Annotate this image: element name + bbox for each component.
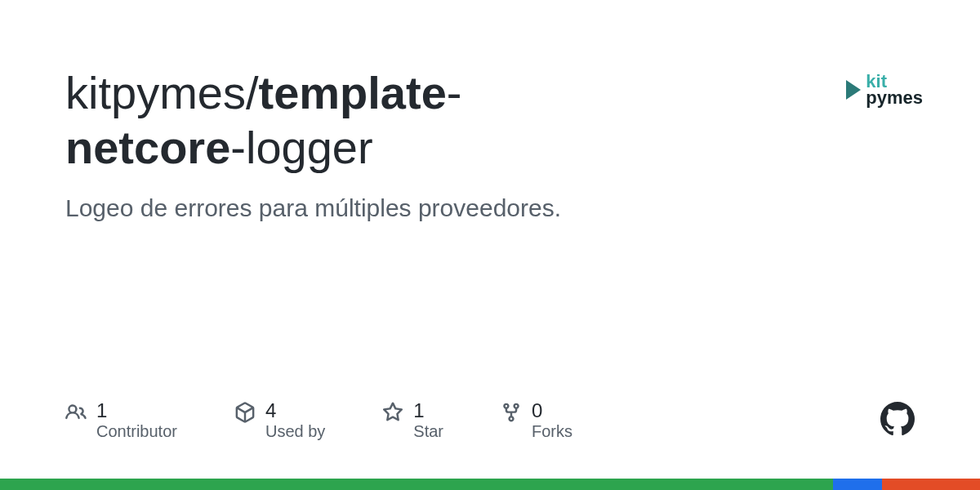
star-icon [382,402,403,426]
stat-label: Star [413,422,443,441]
main-container: kitpymes/template-netcore-logger Logeo d… [0,0,980,490]
logo-triangle-icon [846,80,861,100]
org-logo: kit pymes [846,74,923,106]
fork-icon [501,402,522,426]
bar-segment-1 [0,479,833,490]
stat-label: Forks [532,422,572,441]
package-icon [234,402,256,426]
stat-contributors: 1 Contributor [65,399,177,441]
slash: / [246,67,259,118]
language-bar [0,479,980,490]
stats-row: 1 Contributor 4 Used by 1 St [65,399,915,441]
stat-value: 1 [96,399,177,422]
stat-usedby: 4 Used by [234,399,325,441]
repo-description: Logeo de errores para múltiples proveedo… [65,194,846,222]
people-icon [65,402,87,426]
repo-title: kitpymes/template-netcore-logger [65,65,653,175]
bar-segment-3 [882,479,980,490]
header-row: kitpymes/template-netcore-logger Logeo d… [65,65,915,222]
repo-name-bold: template [259,67,447,118]
stat-stars: 1 Star [382,399,443,441]
stat-label: Used by [265,422,325,441]
stat-value: 0 [532,399,572,422]
stat-forks: 0 Forks [501,399,572,441]
title-block: kitpymes/template-netcore-logger Logeo d… [65,65,846,222]
stat-label: Contributor [96,422,177,441]
bar-segment-2 [833,479,882,490]
stats-list: 1 Contributor 4 Used by 1 St [65,399,572,441]
logo-text-pymes: pymes [866,90,923,106]
github-icon [880,402,915,439]
stat-value: 1 [413,399,443,422]
stat-value: 4 [265,399,325,422]
repo-owner: kitpymes [65,67,246,118]
